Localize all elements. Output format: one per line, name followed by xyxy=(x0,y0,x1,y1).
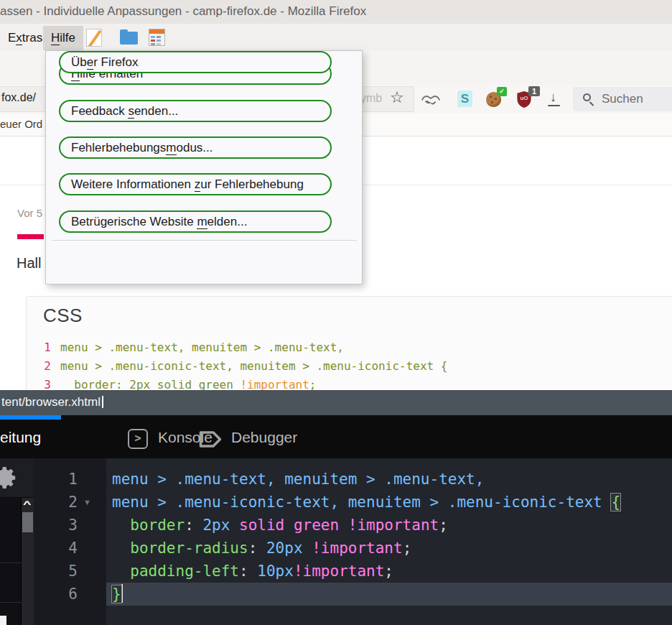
scroll-up-icon[interactable]: ^ xyxy=(23,499,31,509)
syntax-token: : xyxy=(248,540,266,557)
access-key: H xyxy=(51,31,60,45)
menu-hilfe[interactable]: Hilfe xyxy=(43,26,83,50)
access-key: x xyxy=(16,31,22,45)
menu-label: tras xyxy=(22,31,42,45)
title-bar[interactable]: assen - Individuelle Anpassungen - camp-… xyxy=(0,0,672,24)
code-segment: menu > .menu-text, menuitem > .menu-text… xyxy=(60,341,344,354)
list-divider xyxy=(0,562,22,563)
download-icon[interactable]: ↓ xyxy=(547,91,561,108)
cookie-check-badge: ✓ xyxy=(497,87,507,96)
editor-code-line[interactable]: border: 2px solid green !important; xyxy=(112,514,448,537)
syntax-token: ; xyxy=(384,562,393,580)
bookmark-star-icon[interactable]: ☆ xyxy=(390,88,404,107)
line-number: 2 xyxy=(27,357,51,376)
editor-code-line[interactable]: border-radius: 20px !important; xyxy=(112,537,411,560)
notepad-pencil-icon[interactable] xyxy=(86,29,102,47)
ublock-badge: 1 xyxy=(528,86,540,96)
help-menu-popup: Hilfe erhaltenFeedback senden...Fehlerbe… xyxy=(45,50,363,284)
menu-label: ilfe xyxy=(60,31,75,45)
text-cursor xyxy=(121,584,123,603)
menu-item-label: Fehlerbehebungsmodus... xyxy=(71,141,213,155)
syntax-token xyxy=(112,540,130,557)
editor-code-line[interactable]: padding-left: 10px!important; xyxy=(112,560,393,583)
syntax-token: { xyxy=(611,494,620,511)
devtools-location-bar[interactable]: tent/browser.xhtml xyxy=(0,390,672,415)
url-text-tail: ymb xyxy=(360,92,382,105)
help-menu-item[interactable]: Über Firefox xyxy=(59,51,332,73)
menu-item-label: Feedback senden... xyxy=(71,104,178,119)
text-cursor xyxy=(102,396,103,408)
active-line-highlight xyxy=(106,583,672,606)
ublock-shield-icon[interactable]: uO 1 xyxy=(515,91,533,108)
scrollbar[interactable]: ^ xyxy=(22,498,34,625)
cookie-extension-icon[interactable]: ✓ xyxy=(486,92,501,107)
syntax-token xyxy=(303,540,312,557)
url-text[interactable]: fox.de/ xyxy=(1,91,36,104)
console-icon[interactable]: > xyxy=(128,429,148,449)
syntax-token: border xyxy=(130,517,185,534)
search-icon xyxy=(583,93,591,101)
syntax-token: solid green !important xyxy=(239,517,439,534)
access-key: z xyxy=(195,177,201,192)
syntax-token: border-radius xyxy=(130,540,248,557)
search-field[interactable]: Suchen xyxy=(573,87,672,111)
syntax-token xyxy=(112,562,130,580)
devtools-location: tent/browser.xhtml xyxy=(1,395,103,409)
menu-item-label: Weitere Informationen zur Fehlerbehebung xyxy=(71,177,304,192)
stylus-extension-icon[interactable]: S xyxy=(457,91,472,107)
resize-corner xyxy=(0,616,6,625)
code-segment: menu > .menu-iconic-text, menuitem > .me… xyxy=(60,359,447,373)
syntax-token: ; xyxy=(439,517,448,534)
syntax-token xyxy=(230,517,239,534)
post-timestamp: Vor 5 xyxy=(17,207,42,219)
editor-line-number: 1 xyxy=(34,468,78,491)
page-code-lines: 1menu > .menu-text, menuitem > .menu-tex… xyxy=(27,338,672,394)
editor-line-number: 3 xyxy=(34,514,78,537)
syntax-token: : xyxy=(185,517,202,534)
post-greeting: Hall xyxy=(17,255,41,272)
table-icon[interactable] xyxy=(149,29,165,46)
handshake-extension-icon[interactable] xyxy=(421,93,441,106)
tab-style-editor[interactable]: eitung xyxy=(0,429,41,446)
access-key: m xyxy=(197,215,207,229)
folder-icon[interactable] xyxy=(120,32,138,45)
tab-debugger[interactable]: Debugger xyxy=(231,429,297,446)
editor-code-line[interactable]: menu > .menu-text, menuitem > .menu-text… xyxy=(112,468,484,491)
menu-item-label: Betrügerische Website melden... xyxy=(71,215,247,229)
syntax-token: !important xyxy=(312,540,402,557)
syntax-token: !important xyxy=(294,562,384,580)
firefox-window: assen - Individuelle Anpassungen - camp-… xyxy=(0,0,672,625)
help-menu-item[interactable]: Feedback senden... xyxy=(59,100,332,122)
debugger-icon[interactable] xyxy=(198,430,223,449)
editor-toolbar xyxy=(0,458,34,498)
code-line: 2menu > .menu-iconic-text, menuitem > .m… xyxy=(27,357,672,376)
help-menu-item[interactable]: Weitere Informationen zur Fehlerbehebung xyxy=(59,173,332,195)
window-title: assen - Individuelle Anpassungen - camp-… xyxy=(0,4,366,19)
menu-separator xyxy=(52,240,357,241)
devtools-panel: tent/browser.xhtml eitung > Konsole Debu… xyxy=(0,390,672,625)
syntax-token xyxy=(112,517,130,534)
editor-line-number: 6 xyxy=(34,583,78,606)
fold-marker-icon[interactable]: ▼ xyxy=(83,491,98,514)
editor-line-number: 5 xyxy=(34,560,78,583)
code-card-title: CSS xyxy=(43,305,83,327)
editor-code-line[interactable]: } xyxy=(112,583,123,606)
editor-code-line[interactable]: menu > .menu-iconic-text, menuitem > .me… xyxy=(112,491,620,514)
scrollbar-thumb[interactable] xyxy=(22,512,33,532)
menu-label: E xyxy=(8,31,16,45)
menu-bar: Extras Hilfe xyxy=(0,24,672,50)
list-divider xyxy=(0,602,22,603)
syntax-token: } xyxy=(112,585,121,603)
gear-icon[interactable] xyxy=(0,464,19,491)
search-placeholder: Suchen xyxy=(602,92,643,106)
help-menu-item[interactable]: Betrügerische Website melden... xyxy=(59,210,332,233)
line-number: 1 xyxy=(27,338,51,357)
editor-line-number: 4 xyxy=(34,537,78,560)
style-editor: 1menu > .menu-text, menuitem > .menu-tex… xyxy=(0,458,672,625)
menu-item-label: Über Firefox xyxy=(71,55,139,70)
bookmark-folder-label[interactable]: euer Ord xyxy=(0,118,42,130)
access-key: m xyxy=(166,141,176,155)
stylesheet-list-pane[interactable] xyxy=(0,498,22,625)
help-menu-item[interactable]: Fehlerbehebungsmodus... xyxy=(59,136,332,159)
devtools-tab-bar: eitung > Konsole Debugger xyxy=(0,420,672,458)
